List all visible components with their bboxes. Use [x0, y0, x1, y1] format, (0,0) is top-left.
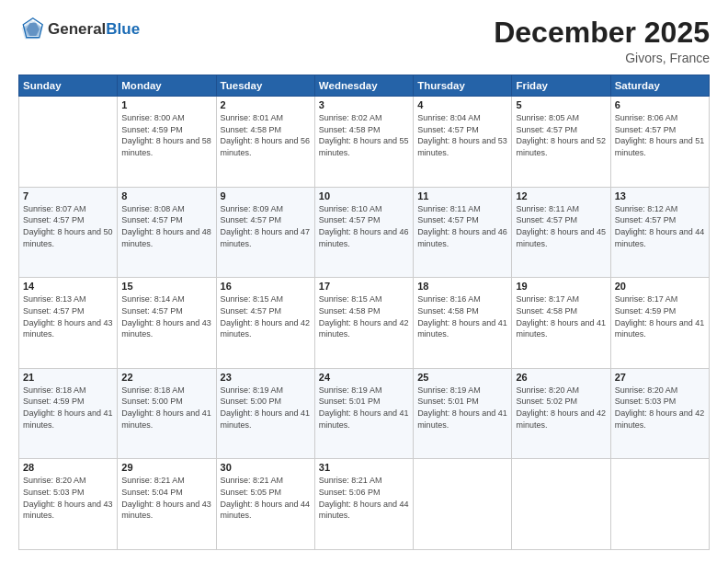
- sunset: Sunset: 4:57 PM: [121, 214, 211, 226]
- sunrise: Sunrise: 8:16 AM: [417, 293, 507, 305]
- daylight: Daylight: 8 hours and 41 minutes.: [319, 408, 409, 431]
- sunrise: Sunrise: 8:08 AM: [121, 203, 211, 215]
- sunrise: Sunrise: 8:20 AM: [23, 475, 113, 487]
- sunset: Sunset: 5:00 PM: [221, 396, 311, 408]
- calendar-cell: 21 Sunrise: 8:18 AM Sunset: 4:59 PM Dayl…: [19, 368, 118, 459]
- day-info: Sunrise: 8:09 AM Sunset: 4:57 PM Dayligh…: [221, 203, 311, 249]
- daylight: Daylight: 8 hours and 41 minutes.: [615, 317, 705, 340]
- calendar-header-wednesday: Wednesday: [314, 75, 413, 97]
- daylight: Daylight: 8 hours and 41 minutes.: [23, 408, 113, 431]
- day-info: Sunrise: 8:11 AM Sunset: 4:57 PM Dayligh…: [516, 203, 606, 249]
- daylight: Daylight: 8 hours and 44 minutes.: [615, 226, 705, 249]
- sunset: Sunset: 4:57 PM: [23, 305, 113, 317]
- day-number: 5: [516, 99, 606, 110]
- calendar-cell: 23 Sunrise: 8:19 AM Sunset: 5:00 PM Dayl…: [216, 368, 314, 459]
- calendar-cell: 5 Sunrise: 8:05 AM Sunset: 4:57 PM Dayli…: [512, 97, 610, 188]
- sunset: Sunset: 4:57 PM: [319, 214, 409, 226]
- daylight: Daylight: 8 hours and 46 minutes.: [417, 226, 507, 249]
- calendar-cell: 18 Sunrise: 8:16 AM Sunset: 4:58 PM Dayl…: [414, 278, 512, 369]
- day-info: Sunrise: 8:18 AM Sunset: 4:59 PM Dayligh…: [23, 385, 113, 431]
- day-number: 6: [615, 99, 705, 110]
- day-number: 10: [319, 190, 409, 201]
- daylight: Daylight: 8 hours and 41 minutes.: [516, 317, 606, 340]
- day-info: Sunrise: 8:19 AM Sunset: 5:01 PM Dayligh…: [417, 385, 507, 431]
- sunset: Sunset: 4:57 PM: [615, 124, 705, 136]
- daylight: Daylight: 8 hours and 41 minutes.: [121, 408, 211, 431]
- calendar-cell: 26 Sunrise: 8:20 AM Sunset: 5:02 PM Dayl…: [512, 368, 610, 459]
- sunrise: Sunrise: 8:01 AM: [221, 112, 311, 124]
- daylight: Daylight: 8 hours and 58 minutes.: [121, 135, 211, 158]
- sunrise: Sunrise: 8:05 AM: [516, 112, 606, 124]
- daylight: Daylight: 8 hours and 42 minutes.: [319, 317, 409, 340]
- sunrise: Sunrise: 8:17 AM: [516, 293, 606, 305]
- header: General Blue December 2025 Givors, Franc…: [18, 17, 710, 65]
- day-info: Sunrise: 8:21 AM Sunset: 5:04 PM Dayligh…: [121, 475, 211, 521]
- day-number: 30: [221, 462, 311, 473]
- title-section: December 2025 Givors, France: [494, 17, 710, 65]
- sunrise: Sunrise: 8:14 AM: [121, 293, 211, 305]
- daylight: Daylight: 8 hours and 56 minutes.: [221, 135, 311, 158]
- sunset: Sunset: 4:58 PM: [319, 124, 409, 136]
- day-number: 25: [417, 372, 507, 383]
- day-info: Sunrise: 8:05 AM Sunset: 4:57 PM Dayligh…: [516, 112, 606, 158]
- sunrise: Sunrise: 8:18 AM: [121, 385, 211, 396]
- calendar-cell: 20 Sunrise: 8:17 AM Sunset: 4:59 PM Dayl…: [610, 278, 709, 369]
- calendar-week-row: 1 Sunrise: 8:00 AM Sunset: 4:59 PM Dayli…: [19, 97, 710, 188]
- calendar-cell: 12 Sunrise: 8:11 AM Sunset: 4:57 PM Dayl…: [512, 187, 610, 278]
- daylight: Daylight: 8 hours and 51 minutes.: [615, 135, 705, 158]
- sunset: Sunset: 5:02 PM: [516, 396, 606, 408]
- sunset: Sunset: 5:01 PM: [417, 396, 507, 408]
- day-info: Sunrise: 8:13 AM Sunset: 4:57 PM Dayligh…: [23, 293, 113, 339]
- calendar-header-monday: Monday: [118, 75, 216, 97]
- day-info: Sunrise: 8:11 AM Sunset: 4:57 PM Dayligh…: [417, 203, 507, 249]
- sunrise: Sunrise: 8:20 AM: [516, 385, 606, 396]
- calendar-cell: 9 Sunrise: 8:09 AM Sunset: 4:57 PM Dayli…: [216, 187, 314, 278]
- calendar-week-row: 7 Sunrise: 8:07 AM Sunset: 4:57 PM Dayli…: [19, 187, 710, 278]
- calendar-cell: 16 Sunrise: 8:15 AM Sunset: 4:57 PM Dayl…: [216, 278, 314, 369]
- calendar-cell: 6 Sunrise: 8:06 AM Sunset: 4:57 PM Dayli…: [610, 97, 709, 188]
- calendar-cell: 3 Sunrise: 8:02 AM Sunset: 4:58 PM Dayli…: [314, 97, 413, 188]
- daylight: Daylight: 8 hours and 44 minutes.: [319, 499, 409, 522]
- sunrise: Sunrise: 8:21 AM: [121, 475, 211, 487]
- logo-blue: Blue: [106, 20, 140, 39]
- day-number: 13: [615, 190, 705, 201]
- day-info: Sunrise: 8:19 AM Sunset: 5:01 PM Dayligh…: [319, 385, 409, 431]
- day-info: Sunrise: 8:20 AM Sunset: 5:03 PM Dayligh…: [23, 475, 113, 521]
- daylight: Daylight: 8 hours and 42 minutes.: [615, 408, 705, 431]
- daylight: Daylight: 8 hours and 43 minutes.: [121, 317, 211, 340]
- day-info: Sunrise: 8:21 AM Sunset: 5:05 PM Dayligh…: [221, 475, 311, 521]
- sunset: Sunset: 5:03 PM: [23, 487, 113, 499]
- day-number: 15: [121, 281, 211, 292]
- sunset: Sunset: 4:57 PM: [417, 124, 507, 136]
- sunrise: Sunrise: 8:02 AM: [319, 112, 409, 124]
- day-info: Sunrise: 8:17 AM Sunset: 4:58 PM Dayligh…: [516, 293, 606, 339]
- sunrise: Sunrise: 8:19 AM: [417, 385, 507, 396]
- calendar-cell: 11 Sunrise: 8:11 AM Sunset: 4:57 PM Dayl…: [414, 187, 512, 278]
- day-number: 22: [121, 372, 211, 383]
- day-info: Sunrise: 8:18 AM Sunset: 5:00 PM Dayligh…: [121, 385, 211, 431]
- logo-icon: [18, 17, 44, 42]
- calendar-cell: [512, 459, 610, 550]
- calendar-week-row: 14 Sunrise: 8:13 AM Sunset: 4:57 PM Dayl…: [19, 278, 710, 369]
- day-info: Sunrise: 8:06 AM Sunset: 4:57 PM Dayligh…: [615, 112, 705, 158]
- calendar-header-thursday: Thursday: [414, 75, 512, 97]
- day-number: 27: [615, 372, 705, 383]
- daylight: Daylight: 8 hours and 43 minutes.: [23, 499, 113, 522]
- daylight: Daylight: 8 hours and 42 minutes.: [516, 408, 606, 431]
- daylight: Daylight: 8 hours and 55 minutes.: [319, 135, 409, 158]
- day-info: Sunrise: 8:01 AM Sunset: 4:58 PM Dayligh…: [221, 112, 311, 158]
- daylight: Daylight: 8 hours and 53 minutes.: [417, 135, 507, 158]
- calendar-header-sunday: Sunday: [19, 75, 118, 97]
- sunrise: Sunrise: 8:19 AM: [319, 385, 409, 396]
- daylight: Daylight: 8 hours and 50 minutes.: [23, 226, 113, 249]
- sunrise: Sunrise: 8:06 AM: [615, 112, 705, 124]
- calendar-cell: 13 Sunrise: 8:12 AM Sunset: 4:57 PM Dayl…: [610, 187, 709, 278]
- day-info: Sunrise: 8:20 AM Sunset: 5:03 PM Dayligh…: [615, 385, 705, 431]
- day-info: Sunrise: 8:07 AM Sunset: 4:57 PM Dayligh…: [23, 203, 113, 249]
- day-number: 16: [221, 281, 311, 292]
- sunset: Sunset: 4:57 PM: [417, 214, 507, 226]
- calendar-cell: 30 Sunrise: 8:21 AM Sunset: 5:05 PM Dayl…: [216, 459, 314, 550]
- day-number: 21: [23, 372, 113, 383]
- day-number: 9: [221, 190, 311, 201]
- sunrise: Sunrise: 8:11 AM: [417, 203, 507, 215]
